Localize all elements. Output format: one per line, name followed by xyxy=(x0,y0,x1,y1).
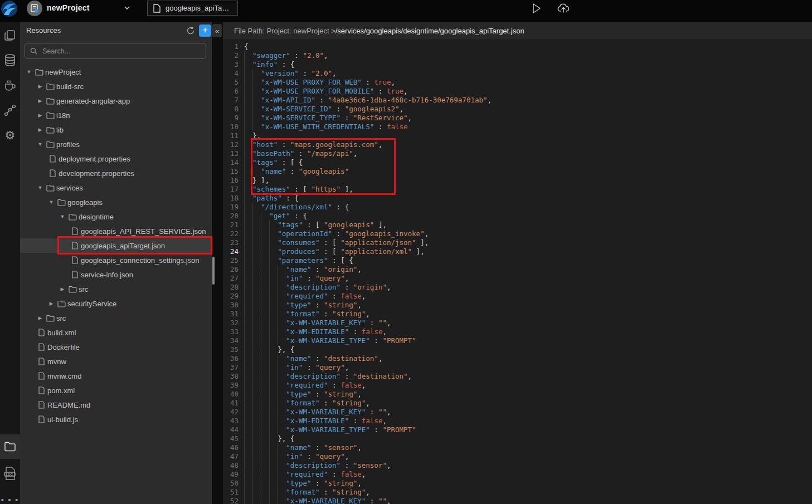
code-line: 11 }, xyxy=(223,131,812,140)
line-number: 28 xyxy=(223,283,239,292)
folder-icon xyxy=(45,112,56,119)
tree-item-label: googleapis_connection_settings.json xyxy=(80,256,200,265)
chevron-down-icon[interactable]: ▼ xyxy=(58,214,67,219)
code-line: 30 "type" : "string", xyxy=(223,301,812,310)
line-number: 1 xyxy=(223,42,239,51)
run-button[interactable] xyxy=(529,2,544,15)
chevron-down-icon[interactable]: ▼ xyxy=(36,185,45,190)
refresh-icon[interactable] xyxy=(185,25,196,36)
tree-item-ui-build-js[interactable]: ui-build.js xyxy=(20,412,212,427)
line-number: 20 xyxy=(223,212,239,221)
java-coffee-icon[interactable] xyxy=(0,74,20,96)
chevron-right-icon[interactable]: ▶ xyxy=(36,84,45,89)
chevron-down-icon[interactable]: ▼ xyxy=(47,199,56,205)
file-icon xyxy=(69,256,80,264)
code-line: 43 "x-WM-EDITABLE" : false, xyxy=(223,417,812,425)
line-number: 4 xyxy=(223,69,239,78)
database-icon[interactable] xyxy=(0,49,20,71)
tree-item-build-src[interactable]: ▶build-src xyxy=(20,79,212,94)
chevron-down-icon[interactable]: ▼ xyxy=(25,69,33,75)
tree-item-googleapis[interactable]: ▼googleapis xyxy=(20,195,212,209)
line-number: 36 xyxy=(223,354,239,363)
line-number: 40 xyxy=(223,390,239,399)
tree-item-generated-angular-app[interactable]: ▶generated-angular-app xyxy=(20,94,212,108)
sidebar-scrollbar[interactable] xyxy=(212,257,215,285)
chevron-down-icon[interactable]: ▼ xyxy=(36,141,45,147)
tree-item-development-properties[interactable]: development.properties xyxy=(20,166,212,180)
file-icon xyxy=(36,401,47,409)
tree-item-label: build.xml xyxy=(47,329,76,337)
line-number: 41 xyxy=(223,399,239,408)
line-number: 19 xyxy=(223,203,239,212)
folder-icon xyxy=(45,83,56,90)
tree-item-googleapis-api-rest-service-json[interactable]: googleapis_API_REST_SERVICE.json xyxy=(20,224,212,238)
tree-item-profiles[interactable]: ▼profiles xyxy=(20,137,212,151)
line-number: 2 xyxy=(223,51,239,60)
file-explorer-icon[interactable] xyxy=(0,434,20,459)
file-icon xyxy=(36,415,47,423)
line-number: 42 xyxy=(223,408,239,417)
code-line: 7 "x-WM-API_ID" : "4a8e36c6-1dba-468c-b7… xyxy=(223,96,812,105)
pages-icon[interactable] xyxy=(0,25,20,47)
tree-item-mvnw-cmd[interactable]: mvnw.cmd xyxy=(20,369,212,383)
tree-item-mvnw[interactable]: mvnw xyxy=(20,354,212,369)
code-line: 9 "x-WM-SERVICE_TYPE" : "RestService", xyxy=(223,114,812,123)
tree-item-src[interactable]: ▶src xyxy=(20,311,212,325)
tree-item-designtime[interactable]: ▼designtime xyxy=(20,209,212,224)
chevron-right-icon[interactable]: ▶ xyxy=(36,127,45,133)
folder-icon xyxy=(45,315,56,322)
line-number: 46 xyxy=(223,443,239,452)
code-line: 27 "in" : "query", xyxy=(223,274,812,283)
tree-item-label: src xyxy=(78,285,88,293)
line-number: 6 xyxy=(223,87,239,96)
tree-item-label: googleapis_API_REST_SERVICE.json xyxy=(80,227,206,236)
chevron-right-icon[interactable]: ▶ xyxy=(47,301,56,306)
code-line: 44 "x-WM-VARIABLE_TYPE" : "PROMPT" xyxy=(223,425,812,434)
tree-item-lib[interactable]: ▶lib xyxy=(20,123,212,137)
tree-item-services[interactable]: ▼services xyxy=(20,180,212,195)
chevron-right-icon[interactable]: ▶ xyxy=(36,315,45,321)
tree-item-securityservice[interactable]: ▶securityService xyxy=(20,296,212,311)
project-avatar-icon[interactable] xyxy=(27,1,42,16)
tree-item-googleapis-apitarget-json[interactable]: googleapis_apiTarget.json xyxy=(20,238,212,253)
code-line: 10 "x-WM-USE_WITH_CREDENTIALS" : false xyxy=(223,123,812,131)
collapse-sidebar-icon[interactable]: « xyxy=(212,24,222,37)
more-options-ellipsis-icon[interactable]: • • • xyxy=(0,489,20,504)
code-line: 37 "in" : "query", xyxy=(223,363,812,372)
chevron-right-icon[interactable]: ▶ xyxy=(58,286,67,292)
search-input[interactable] xyxy=(41,47,201,56)
open-file-tab[interactable]: googleapis_apiTa… xyxy=(147,1,238,16)
tree-item-readme-md[interactable]: README.md xyxy=(20,398,212,412)
line-number: 31 xyxy=(223,310,239,319)
tree-item-dockerfile[interactable]: Dockerfile xyxy=(20,340,212,354)
cloud-upload-icon[interactable] xyxy=(556,2,571,15)
tree-item-build-xml[interactable]: build.xml xyxy=(20,325,212,340)
line-number: 48 xyxy=(223,461,239,470)
tree-item-newproject[interactable]: ▼newProject xyxy=(20,65,212,79)
add-resource-button[interactable]: + xyxy=(199,25,211,37)
line-number: 22 xyxy=(223,229,239,238)
folder-icon xyxy=(67,213,78,221)
tree-item-pom-xml[interactable]: pom.xml xyxy=(20,383,212,398)
tree-item-deployment-properties[interactable]: deployment.properties xyxy=(20,151,212,166)
code-line: 1{ xyxy=(223,42,812,51)
line-number: 24 xyxy=(223,247,239,256)
api-connector-icon[interactable] xyxy=(0,99,20,121)
folder-icon xyxy=(67,286,78,293)
tree-item-googleapis-connection-settings-json[interactable]: googleapis_connection_settings.json xyxy=(20,253,212,267)
chevron-right-icon[interactable]: ▶ xyxy=(36,112,45,118)
tree-item-service-info-json[interactable]: service-info.json xyxy=(20,267,212,282)
tree-item-i18n[interactable]: ▶i18n xyxy=(20,108,212,123)
top-bar: newProject googleapis_apiTa… xyxy=(0,0,812,22)
project-name[interactable]: newProject xyxy=(47,3,90,12)
code-line: 29 "required" : false, xyxy=(223,292,812,301)
chevron-right-icon[interactable]: ▶ xyxy=(36,98,45,104)
log-file-icon[interactable]: LOG xyxy=(0,462,20,485)
code-line: 38 "description" : "destination", xyxy=(223,372,812,381)
line-number: 52 xyxy=(223,497,239,504)
search-box[interactable] xyxy=(25,43,206,59)
project-dropdown-chevron-icon[interactable] xyxy=(124,4,130,11)
code-area[interactable]: 1{2 "swagger" : "2.0",3 "info" : {4 "ver… xyxy=(223,39,812,504)
tree-item-src[interactable]: ▶src xyxy=(20,282,212,296)
settings-gear-icon[interactable]: ⚙ xyxy=(0,124,20,146)
